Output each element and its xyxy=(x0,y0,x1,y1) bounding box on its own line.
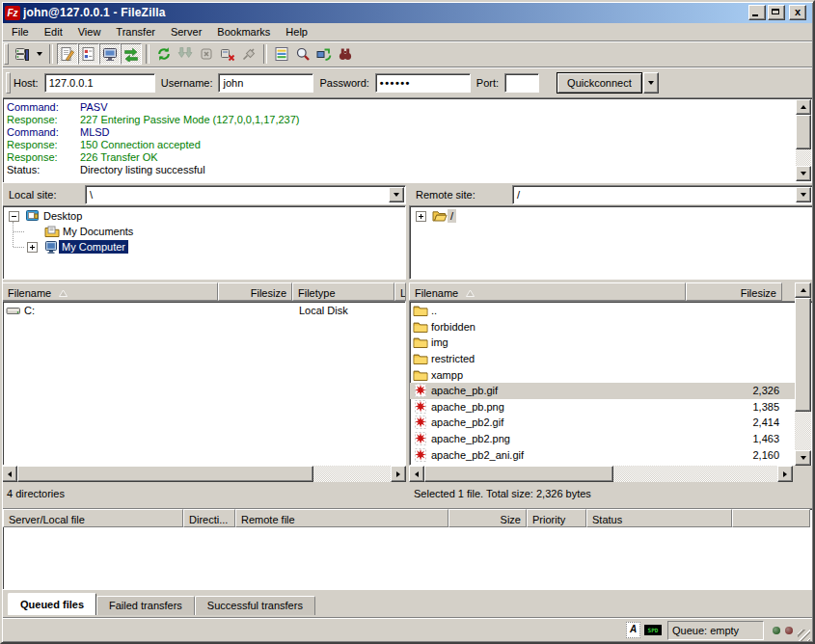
queue-column-header-empty[interactable] xyxy=(732,509,810,527)
file-row[interactable]: apache_pb2_ani.gif2,160 xyxy=(410,446,796,463)
file-row[interactable]: restricted xyxy=(410,351,796,367)
file-name-cell: restricted xyxy=(410,351,683,366)
file-row[interactable]: forbidden xyxy=(410,319,796,335)
queue-column-header-serverlocalfile[interactable]: Server/Local file xyxy=(3,509,183,527)
column-header-filename[interactable]: Filename xyxy=(2,282,218,301)
username-label: Username: xyxy=(161,77,213,89)
queue-column-label: Directi... xyxy=(189,514,228,525)
username-input[interactable]: john xyxy=(218,73,313,93)
reconnect-button[interactable] xyxy=(238,43,259,65)
scroll-down-button[interactable] xyxy=(796,166,811,181)
scroll-down-icon xyxy=(801,456,806,460)
hscroll-thumb[interactable] xyxy=(424,466,613,482)
queue-column-header-remotefile[interactable]: Remote file xyxy=(235,509,448,527)
file-name-cell: apache_pb2.gif xyxy=(410,415,683,430)
queue-column-header-directi[interactable]: Directi... xyxy=(183,509,235,527)
column-header-filesize[interactable]: Filesize xyxy=(686,282,782,301)
menu-item-edit[interactable]: Edit xyxy=(37,24,70,40)
synchronized-browsing-button[interactable] xyxy=(313,43,335,65)
queue-column-header-size[interactable]: Size xyxy=(448,509,527,527)
file-row[interactable]: apache_pb.gif2,326 xyxy=(410,383,796,399)
menu-item-server[interactable]: Server xyxy=(163,24,209,40)
file-row[interactable]: apache_pb2.gif2,414 xyxy=(410,415,796,431)
quickconnect-button[interactable]: Quickconnect xyxy=(557,72,642,94)
filezilla-window: Fz john@127.0.0.1 - FileZilla x FileEdit… xyxy=(0,0,815,644)
chevron-down-icon xyxy=(37,52,42,56)
scroll-right-button[interactable] xyxy=(391,466,406,482)
minimize-button[interactable] xyxy=(748,5,766,20)
filter-button[interactable] xyxy=(271,43,292,65)
local-site-dropdown-button[interactable] xyxy=(389,187,404,202)
remote-tree-item[interactable]: / xyxy=(416,208,456,224)
toggle-remote-tree-button[interactable] xyxy=(99,43,121,65)
expand-icon[interactable] xyxy=(27,242,38,253)
local-site-combobox[interactable]: \ xyxy=(85,185,406,204)
remote-hscrollbar[interactable] xyxy=(409,466,813,482)
disconnect-button[interactable] xyxy=(217,43,238,65)
port-input[interactable] xyxy=(504,73,539,93)
log-vscroll-thumb[interactable] xyxy=(796,115,811,149)
hscroll-thumb[interactable] xyxy=(17,466,313,482)
toggle-message-log-button[interactable] xyxy=(57,43,78,65)
queue-column-header-priority[interactable]: Priority xyxy=(527,509,586,527)
process-queue-button[interactable] xyxy=(175,43,196,65)
log-line: Command:MLSD xyxy=(7,126,299,139)
tab-failed-transfers[interactable]: Failed transfers xyxy=(96,596,195,615)
file-row[interactable]: .. xyxy=(410,303,796,319)
column-header-l[interactable]: L xyxy=(394,282,406,301)
resize-grip[interactable] xyxy=(798,630,810,642)
host-input[interactable]: 127.0.0.1 xyxy=(44,73,155,93)
chevron-down-icon xyxy=(801,193,806,197)
menu-item-bookmarks[interactable]: Bookmarks xyxy=(209,24,278,40)
menu-item-view[interactable]: View xyxy=(70,24,109,40)
local-hscrollbar[interactable] xyxy=(2,466,406,482)
scroll-right-button[interactable] xyxy=(777,466,793,482)
scroll-left-button[interactable] xyxy=(409,466,424,482)
column-header-filename[interactable]: Filename xyxy=(409,282,686,301)
file-row[interactable]: C:Local Disk xyxy=(3,303,405,319)
tab-successful-transfers[interactable]: Successful transfers xyxy=(195,596,315,615)
local-tree-item[interactable]: My Computer xyxy=(27,239,128,255)
queue-column-label: Status xyxy=(592,514,622,525)
tab-queued-files[interactable]: Queued files xyxy=(8,593,96,615)
scroll-left-button[interactable] xyxy=(2,466,17,482)
queue-column-label: Size xyxy=(501,514,521,525)
collapse-icon[interactable] xyxy=(9,211,19,222)
cancel-button[interactable] xyxy=(196,43,217,65)
remote-vscrollbar[interactable] xyxy=(795,282,811,466)
log-line-label: Status: xyxy=(7,164,80,176)
menu-item-help[interactable]: Help xyxy=(278,24,315,40)
column-header-filetype[interactable]: Filetype xyxy=(292,282,394,301)
local-tree-item[interactable]: My Documents xyxy=(27,224,136,239)
search-button[interactable] xyxy=(292,43,313,65)
maximize-button[interactable] xyxy=(768,5,785,20)
tree-item-label: My Computer xyxy=(59,240,128,254)
site-manager-dropdown-button[interactable] xyxy=(33,43,45,65)
refresh-button[interactable] xyxy=(153,43,175,65)
quickconnect-dropdown-button[interactable] xyxy=(643,72,659,94)
log-vscrollbar[interactable] xyxy=(796,99,811,181)
remote-site-combobox[interactable]: / xyxy=(512,185,813,204)
expand-icon[interactable] xyxy=(416,211,426,222)
menu-item-transfer[interactable]: Transfer xyxy=(108,24,163,40)
queue-column-header-status[interactable]: Status xyxy=(586,509,732,527)
remote-vscroll-thumb[interactable] xyxy=(795,298,811,412)
remote-site-dropdown-button[interactable] xyxy=(796,187,811,202)
toggle-queue-button[interactable] xyxy=(121,43,142,65)
log-line-label: Command: xyxy=(7,101,80,114)
close-button[interactable]: x xyxy=(789,5,806,20)
site-manager-button[interactable] xyxy=(12,43,33,65)
file-row[interactable]: img xyxy=(410,335,796,351)
local-tree-item[interactable]: Desktop xyxy=(9,208,85,224)
file-row[interactable]: apache_pb.png1,385 xyxy=(410,399,796,416)
file-row[interactable]: apache_pb2.png1,463 xyxy=(410,431,796,447)
scroll-up-button[interactable] xyxy=(795,282,811,298)
compare-button[interactable] xyxy=(335,43,356,65)
column-header-filesize[interactable]: Filesize xyxy=(218,282,292,301)
file-row[interactable]: xampp xyxy=(410,366,796,383)
toggle-local-tree-button[interactable] xyxy=(78,43,99,65)
menu-item-file[interactable]: File xyxy=(4,24,37,40)
scroll-down-button[interactable] xyxy=(795,450,811,466)
password-input[interactable]: •••••• xyxy=(375,73,471,93)
scroll-up-button[interactable] xyxy=(796,99,811,115)
